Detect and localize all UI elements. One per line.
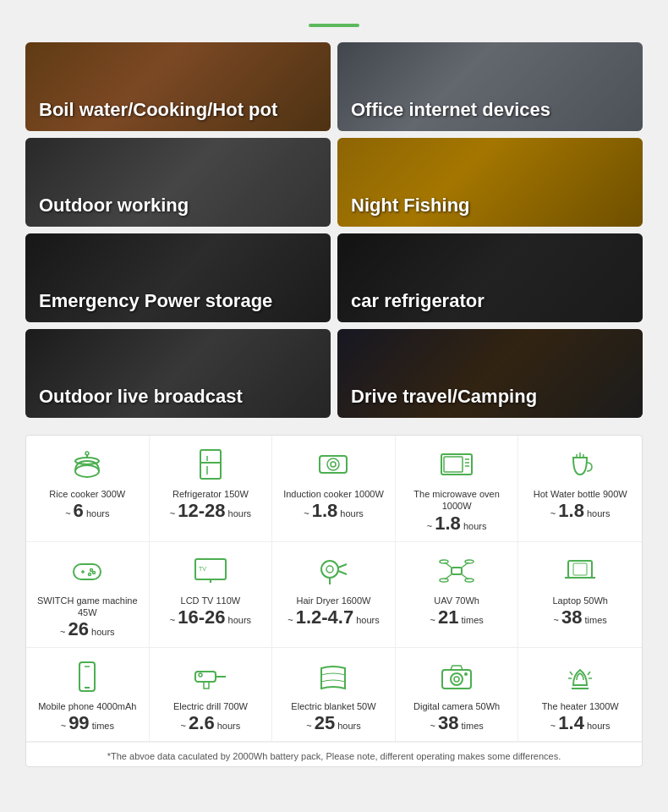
stat-value: ~ 21 times <box>430 608 483 627</box>
stat-tilde: ~ <box>60 627 68 637</box>
heater-icon <box>561 658 599 695</box>
stat-tilde: ~ <box>430 721 437 731</box>
stat-unit: times <box>461 615 483 625</box>
svg-point-24 <box>93 571 96 573</box>
stat-tilde: ~ <box>304 508 311 518</box>
svg-point-37 <box>465 560 474 563</box>
stat-value: ~ 6 hours <box>65 502 109 520</box>
stat-value: ~ 2.6 hours <box>181 714 241 732</box>
use-card-fishing: Night Fishing <box>337 138 643 227</box>
stat-value: ~ 1.4 hours <box>550 714 611 732</box>
stat-value: ~ 12-28 hours <box>170 502 251 520</box>
stat-value: ~ 1.8 hours <box>427 514 487 533</box>
svg-line-56 <box>588 672 590 675</box>
camera-icon <box>438 658 475 695</box>
stat-bignum: 1.4 <box>558 714 584 732</box>
svg-text:TV: TV <box>199 566 206 572</box>
use-card-camping: Drive travel/Camping <box>337 329 643 418</box>
svg-point-9 <box>327 458 339 470</box>
stat-tilde: ~ <box>61 721 68 731</box>
rice-cooker-icon <box>68 446 106 483</box>
stat-item-microwave: The microwave oven 1000W ~ 1.8 hours <box>396 436 519 541</box>
laptop-icon <box>561 552 599 590</box>
stat-name: Laptop 50Wh <box>552 595 607 606</box>
microwave-icon <box>438 446 475 483</box>
stat-item-blanket: Electric blanket 50W ~ 25 hours <box>272 648 396 741</box>
use-card-cooking: Boil water/Cooking/Hot pot <box>25 42 331 131</box>
stat-name: Mobile phone 4000mAh <box>38 700 136 712</box>
use-cases-grid: Boil water/Cooking/Hot pot Office intern… <box>25 42 643 418</box>
stat-bignum: 21 <box>438 608 458 627</box>
stat-name: Rice cooker 300W <box>49 488 125 500</box>
svg-point-54 <box>464 672 468 676</box>
svg-rect-33 <box>452 568 462 574</box>
stat-name: The microwave oven 1000W <box>399 488 515 513</box>
svg-point-50 <box>199 673 202 677</box>
card-label: Outdoor live broadcast <box>39 386 243 408</box>
svg-point-53 <box>454 677 459 682</box>
stat-value: ~ 1.8 hours <box>304 502 364 520</box>
stat-bignum: 12-28 <box>178 502 225 520</box>
stats-section: Rice cooker 300W ~ 6 hours Refrigerator … <box>25 435 643 767</box>
card-label: Emergency Power storage <box>39 290 272 312</box>
stat-bignum: 2.6 <box>189 714 215 732</box>
stat-value: ~ 1.2-4.7 hours <box>287 608 380 627</box>
blanket-icon <box>315 658 352 695</box>
stat-name: SWITCH game machine 45W <box>30 595 145 619</box>
stat-item-gamepad: SWITCH game machine 45W ~ 26 hours <box>26 542 150 648</box>
use-card-broadcast: Outdoor live broadcast <box>25 329 331 418</box>
stat-bignum: 38 <box>438 714 458 732</box>
stat-unit: hours <box>228 615 252 625</box>
stat-unit: hours <box>91 627 115 637</box>
stat-tilde: ~ <box>181 721 189 731</box>
stat-item-tv: TV LCD TV 110W ~ 16-26 hours <box>150 542 273 648</box>
svg-rect-44 <box>573 563 587 575</box>
stat-item-rice-cooker: Rice cooker 300W ~ 6 hours <box>26 436 150 541</box>
stat-unit: hours <box>337 721 361 731</box>
stat-tilde: ~ <box>170 508 178 518</box>
card-label: Boil water/Cooking/Hot pot <box>39 99 277 121</box>
svg-point-23 <box>90 568 93 571</box>
stat-tilde: ~ <box>550 721 558 731</box>
use-card-outdoor: Outdoor working <box>25 138 331 227</box>
stat-unit: hours <box>340 508 364 518</box>
stat-bignum: 1.8 <box>435 514 461 533</box>
phone-icon <box>68 658 106 695</box>
stat-bignum: 1.2-4.7 <box>296 608 354 627</box>
stats-row-2: Mobile phone 4000mAh ~ 99 times Electric… <box>26 648 642 742</box>
stat-tilde: ~ <box>427 521 435 531</box>
stat-value: ~ 16-26 hours <box>170 608 251 627</box>
stat-bignum: 99 <box>68 714 89 732</box>
stat-item-laptop: Laptop 50Wh ~ 38 times <box>518 542 642 648</box>
green-bar <box>309 24 359 27</box>
stat-item-phone: Mobile phone 4000mAh ~ 99 times <box>26 648 150 741</box>
stat-item-heater: The heater 1300W ~ 1.4 hours <box>518 648 642 741</box>
svg-point-52 <box>451 673 463 685</box>
stat-value: ~ 38 times <box>430 714 483 732</box>
stat-name: The heater 1300W <box>542 700 619 712</box>
stat-bignum: 38 <box>561 608 582 627</box>
svg-point-39 <box>440 579 448 582</box>
stat-bignum: 26 <box>68 620 89 639</box>
stat-item-kettle: Hot Water bottle 900W ~ 1.8 hours <box>518 436 642 541</box>
use-card-office: Office internet devices <box>337 42 643 131</box>
refrigerator-icon <box>192 446 229 483</box>
stat-value: ~ 25 hours <box>306 714 361 732</box>
stat-item-camera: Digital camera 50Wh ~ 38 times <box>396 648 519 741</box>
use-card-emergency: Emergency Power storage <box>25 233 331 322</box>
stat-item-drone: UAV 70Wh ~ 21 times <box>396 542 519 648</box>
stat-bignum: 25 <box>315 714 335 732</box>
stat-name: LCD TV 110W <box>181 595 241 606</box>
stat-name: UAV 70Wh <box>434 595 479 606</box>
card-label: Office internet devices <box>351 99 550 121</box>
page: Boil water/Cooking/Hot pot Office intern… <box>0 0 668 784</box>
stat-name: Digital camera 50Wh <box>413 700 500 712</box>
svg-point-32 <box>326 566 333 573</box>
svg-point-0 <box>75 465 99 477</box>
stat-item-refrigerator: Refrigerator 150W ~ 12-28 hours <box>150 436 273 541</box>
stat-name: Electric blanket 50W <box>291 700 375 712</box>
svg-point-41 <box>465 579 474 582</box>
svg-rect-48 <box>195 672 216 682</box>
svg-point-35 <box>440 560 448 563</box>
tv-icon: TV <box>192 552 229 590</box>
